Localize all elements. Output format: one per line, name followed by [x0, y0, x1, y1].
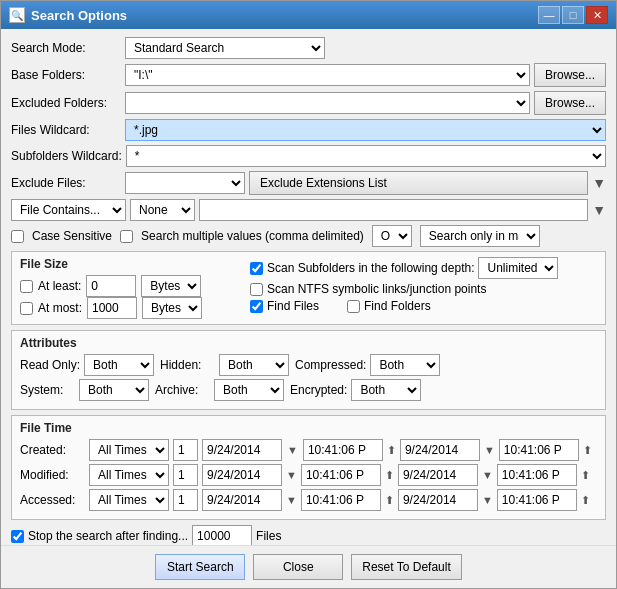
browse-base-button[interactable]: Browse...	[534, 63, 606, 87]
file-contains-select[interactable]: File Contains... File Name File Size	[11, 199, 126, 221]
subfolders-wildcard-select[interactable]: *	[126, 145, 606, 167]
exclude-files-label: Exclude Files:	[11, 176, 121, 190]
none-select[interactable]: None Any All	[130, 199, 195, 221]
at-most-input[interactable]	[87, 297, 137, 319]
attributes-row-2: System: BothYesNo Archive: BothYesNo Enc…	[20, 379, 597, 401]
accessed-type-select[interactable]: All TimesBeforeAfterBetween	[89, 489, 169, 511]
modified-time2-input[interactable]	[497, 464, 577, 486]
search-mode-select[interactable]: Standard Search Regular Expression Hex S…	[125, 37, 325, 59]
at-most-checkbox[interactable]	[20, 302, 33, 315]
archive-select[interactable]: BothYesNo	[214, 379, 284, 401]
encrypted-item: Encrypted: BothYesNo	[290, 379, 421, 401]
created-time1-input[interactable]	[303, 439, 383, 461]
hidden-select[interactable]: BothYesNo	[219, 354, 289, 376]
accessed-date1-input[interactable]	[202, 489, 282, 511]
at-most-label: At most:	[38, 301, 82, 315]
modified-num-input[interactable]	[173, 464, 198, 486]
encrypted-label: Encrypted:	[290, 383, 347, 397]
browse-excluded-button[interactable]: Browse...	[534, 91, 606, 115]
search-multiple-checkbox[interactable]	[120, 230, 133, 243]
base-folders-select[interactable]: "I:\"	[125, 64, 530, 86]
hidden-label: Hidden:	[160, 358, 215, 372]
stop-search-checkbox[interactable]	[11, 530, 24, 543]
compressed-label: Compressed:	[295, 358, 366, 372]
window-icon: 🔍	[9, 7, 25, 23]
file-size-section: File Size At least: BytesKBMB At most:	[11, 251, 606, 325]
scan-ntfs-checkbox[interactable]	[250, 283, 263, 296]
modified-time1-input[interactable]	[301, 464, 381, 486]
stop-search-input[interactable]	[192, 525, 252, 545]
at-least-row: At least: BytesKBMB	[20, 275, 240, 297]
system-item: System: BothYesNo	[20, 379, 149, 401]
content-area: Search Mode: Standard Search Regular Exp…	[1, 29, 616, 545]
system-select[interactable]: BothYesNo	[79, 379, 149, 401]
scan-subfolders-checkbox[interactable]	[250, 262, 263, 275]
case-sensitive-checkbox[interactable]	[11, 230, 24, 243]
files-wildcard-row: Files Wildcard: *.jpg	[11, 119, 606, 141]
find-folders-checkbox[interactable]	[347, 300, 360, 313]
accessed-date2-arrow: ▼	[482, 494, 493, 506]
find-files-checkbox[interactable]	[250, 300, 263, 313]
file-size-group: File Size At least: BytesKBMB At most:	[20, 257, 240, 319]
modified-label: Modified:	[20, 468, 85, 482]
created-label: Created:	[20, 443, 85, 457]
exclude-ext-button[interactable]: Exclude Extensions List	[249, 171, 588, 195]
contains-input[interactable]	[199, 199, 588, 221]
scan-depth-select[interactable]: Unlimited123	[478, 257, 558, 279]
compressed-select[interactable]: BothYesNo	[370, 354, 440, 376]
start-search-button[interactable]: Start Search	[155, 554, 245, 580]
created-time1-spin: ⬆	[387, 444, 396, 457]
file-size-title: File Size	[20, 257, 240, 271]
at-most-unit-select[interactable]: BytesKBMB	[142, 297, 202, 319]
accessed-date2-input[interactable]	[398, 489, 478, 511]
modified-row: Modified: All TimesBeforeAfterBetween ▼ …	[20, 464, 597, 486]
attributes-row-1: Read Only: BothYesNo Hidden: BothYesNo C…	[20, 354, 597, 376]
created-type-select[interactable]: All TimesBeforeAfterBetween	[89, 439, 169, 461]
minimize-button[interactable]: —	[538, 6, 560, 24]
close-dialog-button[interactable]: Close	[253, 554, 343, 580]
accessed-num-input[interactable]	[173, 489, 198, 511]
reset-default-button[interactable]: Reset To Default	[351, 554, 462, 580]
at-least-unit-select[interactable]: BytesKBMB	[141, 275, 201, 297]
search-mode-label: Search Mode:	[11, 41, 121, 55]
created-date1-input[interactable]	[202, 439, 282, 461]
system-label: System:	[20, 383, 75, 397]
files-label: Files	[256, 529, 281, 543]
modified-date1-input[interactable]	[202, 464, 282, 486]
scan-subfolders-label: Scan Subfolders in the following depth:	[267, 261, 474, 275]
subfolders-wildcard-label: Subfolders Wildcard:	[11, 149, 122, 163]
excluded-folders-select[interactable]	[125, 92, 530, 114]
find-folders-label: Find Folders	[364, 299, 431, 313]
at-least-checkbox[interactable]	[20, 280, 33, 293]
window-title: Search Options	[31, 8, 127, 23]
search-major-select[interactable]: Search only in major stre...	[420, 225, 540, 247]
find-files-row: Find Files Find Folders	[250, 299, 597, 313]
created-num-input[interactable]	[173, 439, 198, 461]
modified-date2-input[interactable]	[398, 464, 478, 486]
exclude-files-select[interactable]	[125, 172, 245, 194]
modified-date2-arrow: ▼	[482, 469, 493, 481]
find-files-label: Find Files	[267, 299, 319, 313]
at-least-input[interactable]	[86, 275, 136, 297]
accessed-time1-input[interactable]	[301, 489, 381, 511]
maximize-button[interactable]: □	[562, 6, 584, 24]
at-least-label: At least:	[38, 279, 81, 293]
archive-item: Archive: BothYesNo	[155, 379, 284, 401]
created-date2-input[interactable]	[400, 439, 480, 461]
created-time2-spin: ⬆	[583, 444, 592, 457]
case-sensitive-label: Case Sensitive	[32, 229, 112, 243]
modified-type-select[interactable]: All TimesBeforeAfterBetween	[89, 464, 169, 486]
base-folders-row: Base Folders: "I:\" Browse...	[11, 63, 606, 87]
files-wildcard-select[interactable]: *.jpg	[125, 119, 606, 141]
created-time2-input[interactable]	[499, 439, 579, 461]
or-select[interactable]: Or And	[372, 225, 412, 247]
accessed-date1-arrow: ▼	[286, 494, 297, 506]
at-most-row: At most: BytesKBMB	[20, 297, 240, 319]
encrypted-select[interactable]: BothYesNo	[351, 379, 421, 401]
files-wildcard-label: Files Wildcard:	[11, 123, 121, 137]
read-only-select[interactable]: BothYesNo	[84, 354, 154, 376]
close-button[interactable]: ✕	[586, 6, 608, 24]
accessed-time2-input[interactable]	[497, 489, 577, 511]
created-date1-arrow: ▼	[287, 444, 298, 456]
file-time-title: File Time	[20, 421, 597, 435]
